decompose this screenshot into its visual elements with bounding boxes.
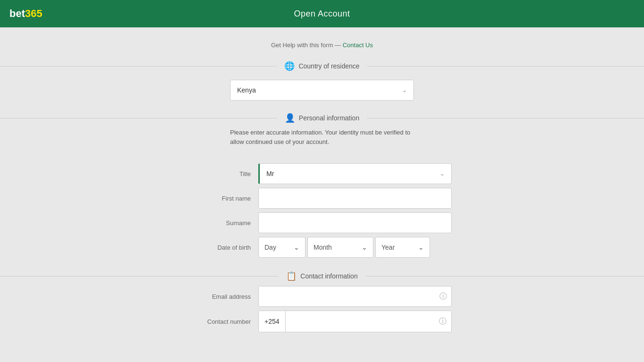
country-dropdown[interactable]: Kenya ⌄ [230, 80, 414, 101]
day-chevron-icon: ⌄ [294, 244, 299, 251]
title-dropdown[interactable]: Mr ⌄ [258, 163, 452, 184]
help-static-text: Get Help with this form — [271, 42, 341, 49]
year-chevron-icon: ⌄ [418, 244, 424, 251]
contact-number-inner: ⓘ [286, 311, 451, 332]
first-name-label: First name [192, 195, 258, 202]
contact-section: 📋 Contact information [0, 266, 644, 286]
contact-icon: 📋 [286, 271, 297, 281]
country-section-divider: 🌐 Country of residence [0, 61, 644, 71]
personal-section-title: Personal information [299, 114, 359, 122]
contact-section-title: Contact information [300, 272, 357, 280]
day-dropdown[interactable]: Day ⌄ [258, 237, 305, 258]
month-dropdown[interactable]: Month ⌄ [307, 237, 373, 258]
personal-section: 👤 Personal information [0, 108, 644, 128]
surname-label: Surname [192, 219, 258, 227]
surname-input[interactable] [258, 212, 452, 233]
main-content: Get Help with this form — Contact Us 🌐 C… [0, 27, 644, 345]
month-chevron-icon: ⌄ [362, 244, 367, 251]
person-icon: 👤 [285, 113, 295, 123]
logo-bet: bet [9, 8, 25, 19]
logo-365: 365 [25, 8, 42, 19]
email-label: Email address [192, 293, 258, 300]
email-row: Email address ⓘ [192, 286, 452, 307]
country-section: 🌐 Country of residence [0, 56, 644, 76]
header: bet365 Open Account [0, 0, 644, 27]
dob-selects: Day ⌄ Month ⌄ Year ⌄ [258, 237, 452, 258]
day-value: Day [264, 244, 276, 251]
dob-row: Date of birth Day ⌄ Month ⌄ Year ⌄ [192, 237, 452, 258]
first-name-input[interactable] [258, 188, 452, 209]
year-dropdown[interactable]: Year ⌄ [375, 237, 430, 258]
email-input[interactable] [258, 286, 452, 307]
personal-section-label: 👤 Personal information [277, 113, 367, 123]
contact-number-row: Contact number +254 ⓘ [192, 311, 452, 332]
country-section-title: Country of residence [298, 62, 359, 70]
month-value: Month [314, 244, 332, 251]
dob-label: Date of birth [192, 244, 258, 251]
chevron-down-icon: ⌄ [402, 87, 407, 93]
logo: bet365 [9, 8, 42, 20]
country-value: Kenya [237, 86, 256, 94]
globe-icon: 🌐 [284, 61, 295, 71]
contact-info-icon[interactable]: ⓘ [439, 317, 446, 327]
help-text: Get Help with this form — Contact Us [271, 42, 373, 49]
title-value: Mr [266, 170, 274, 177]
contact-us-link[interactable]: Contact Us [343, 42, 373, 49]
personal-section-divider: 👤 Personal information [0, 113, 644, 123]
page-title: Open Account [294, 9, 350, 19]
title-row: Title Mr ⌄ [192, 163, 452, 184]
first-name-row: First name [192, 188, 452, 209]
form-wrapper: Kenya ⌄ 👤 Personal information Please en… [0, 76, 644, 336]
contact-section-divider: 📋 Contact information [0, 271, 644, 281]
country-code: +254 [259, 311, 286, 332]
country-section-label: 🌐 Country of residence [277, 61, 367, 71]
email-field-wrapper: ⓘ [258, 286, 452, 307]
email-info-icon[interactable]: ⓘ [439, 292, 447, 302]
title-label: Title [192, 170, 258, 177]
contact-section-label: 📋 Contact information [279, 271, 365, 281]
title-chevron-icon: ⌄ [440, 170, 445, 177]
year-value: Year [381, 244, 395, 251]
personal-info-text: Please enter accurate information. Your … [230, 128, 414, 146]
surname-row: Surname [192, 212, 452, 233]
contact-number-wrapper: +254 ⓘ [258, 311, 452, 332]
contact-label: Contact number [192, 318, 258, 325]
contact-number-input[interactable] [286, 311, 451, 332]
